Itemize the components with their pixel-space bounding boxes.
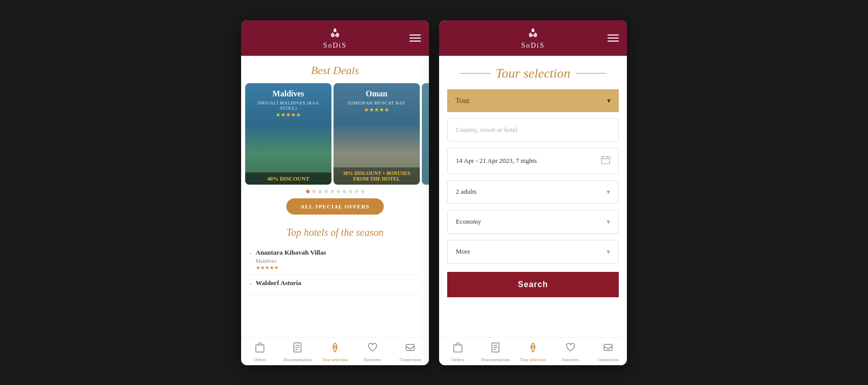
maldives-card-top: Maldives DHIGALI MALDIVES (RAA ATOLL) ★★… <box>245 83 331 120</box>
tour-content: Tour selection Tour ▾ Country, resort or… <box>439 56 627 337</box>
tour-selection-text: Tour selection <box>495 66 570 81</box>
more-chevron: ▾ <box>607 248 610 256</box>
adults-chevron: ▾ <box>607 188 610 196</box>
nav-orders-tour[interactable]: Orders <box>439 338 477 365</box>
oman-discount: 38% DISCOUNT + BONUSES FROM THE HOTEL <box>333 167 420 185</box>
phone-tour-selection: SoDiS Tour selection Tour ▾ <box>439 20 627 365</box>
nav-documentation-label-tour: Documentation <box>481 357 510 362</box>
phone-home: SoDiS Best Deals Maldives DHIGALI MALDIV… <box>241 20 429 365</box>
deals-cards: Maldives DHIGALI MALDIVES (RAA ATOLL) ★★… <box>241 83 429 185</box>
class-chevron: ▾ <box>607 218 610 226</box>
nav-tour-selection[interactable]: Tour selection <box>316 338 354 365</box>
maldives-card[interactable]: Maldives DHIGALI MALDIVES (RAA ATOLL) ★★… <box>245 83 331 185</box>
all-offers-button[interactable]: ALL SPECIAL OFFERS <box>286 198 384 215</box>
nav-orders[interactable]: Orders <box>241 338 279 365</box>
dot-6[interactable] <box>343 190 346 193</box>
class-value: Economy <box>456 218 481 226</box>
menu-button[interactable] <box>410 34 421 42</box>
maldives-title: Maldives <box>249 89 327 98</box>
maldives-discount: 40% DISCOUNT <box>245 172 331 185</box>
nav-favorites[interactable]: Favorites <box>354 338 391 365</box>
adults-field[interactable]: 2 adults ▾ <box>447 180 619 204</box>
dot-5[interactable] <box>337 190 340 193</box>
logo-text: SoDiS <box>323 42 347 50</box>
nav-favorites-label: Favorites <box>364 357 381 362</box>
tour-selection-icon-tour <box>527 342 539 356</box>
tour-type-dropdown[interactable]: Tour ▾ <box>447 89 619 112</box>
nav-documentation-tour[interactable]: Documentation <box>477 338 514 365</box>
hotel-location-1: Maldives <box>256 258 326 264</box>
tour-type-chevron: ▾ <box>607 96 611 105</box>
oman-card[interactable]: Oman JUMEIRAH MUSCAT BAY ★★★★★ 38% DISCO… <box>333 83 420 185</box>
svg-rect-7 <box>602 157 610 164</box>
partial-bg <box>422 83 429 185</box>
nav-documentation[interactable]: Documentation <box>279 338 316 365</box>
logo-tour: SoDiS <box>521 26 545 50</box>
oman-subtitle: JUMEIRAH MUSCAT BAY <box>338 100 416 106</box>
maldives-stars: ★★★★★ <box>249 112 327 118</box>
dot-8[interactable] <box>355 190 358 193</box>
dot-1[interactable] <box>312 190 316 193</box>
dot-2[interactable] <box>318 190 322 193</box>
title-line-right <box>576 73 606 74</box>
nav-orders-label: Orders <box>254 357 266 362</box>
nav-connection-tour[interactable]: Connection <box>589 338 627 365</box>
calendar-icon <box>601 155 610 166</box>
class-field[interactable]: Economy ▾ <box>447 210 619 234</box>
hotel-name-2: Waldorf Astoria <box>256 279 302 287</box>
nav-favorites-tour[interactable]: Favorites <box>552 338 589 365</box>
best-deals-title: Best Deals <box>241 56 429 83</box>
svg-rect-0 <box>256 345 264 352</box>
svg-point-5 <box>334 345 337 348</box>
dot-3[interactable] <box>324 190 328 193</box>
orders-icon <box>254 342 265 356</box>
top-hotels-title: Top hotels of the season <box>241 223 429 244</box>
nav-orders-label-tour: Orders <box>452 357 464 362</box>
carousel-dots <box>241 185 429 198</box>
documentation-icon <box>292 342 303 356</box>
dot-0[interactable] <box>306 190 310 193</box>
hotel-item-1[interactable]: · Anantara Kihavah Villas Maldives ★★★★★ <box>249 244 421 275</box>
nav-documentation-label: Documentation <box>283 357 312 362</box>
nav-connection-label-tour: Connection <box>597 357 619 362</box>
logo-icon <box>327 26 343 42</box>
bottom-nav-tour: Orders Documentation <box>439 337 627 365</box>
nav-favorites-label-tour: Favorites <box>562 357 579 362</box>
svg-point-16 <box>532 345 535 348</box>
oman-stars: ★★★★★ <box>338 107 416 113</box>
hotel-list: · Anantara Kihavah Villas Maldives ★★★★★… <box>241 244 429 295</box>
nav-tour-selection-label: Tour selection <box>322 357 348 362</box>
oman-card-top: Oman JUMEIRAH MUSCAT BAY ★★★★★ <box>333 83 420 115</box>
more-field[interactable]: More ▾ <box>447 240 619 264</box>
dot-4[interactable] <box>330 190 334 193</box>
nav-tour-selection-tour[interactable]: Tour selection <box>514 338 552 365</box>
tour-form: Tour ▾ Country, resort or hotel 14 Apr -… <box>439 89 627 297</box>
location-field[interactable]: Country, resort or hotel <box>447 118 619 142</box>
menu-line-2-tour <box>608 38 619 39</box>
dates-field[interactable]: 14 Apr - 21 Apr 2023, 7 nights <box>447 148 619 174</box>
more-value: More <box>456 248 470 256</box>
logo-icon-tour <box>525 26 541 42</box>
connection-icon-tour <box>603 342 614 356</box>
menu-line-3-tour <box>608 41 619 42</box>
menu-line-1 <box>410 34 421 36</box>
menu-line-3 <box>410 41 421 42</box>
connection-icon <box>405 342 416 356</box>
search-button[interactable]: Search <box>447 272 619 297</box>
nav-tour-selection-label-tour: Tour selection <box>520 357 546 362</box>
logo-text-tour: SoDiS <box>521 42 545 50</box>
nav-connection[interactable]: Connection <box>391 338 429 365</box>
title-line-left <box>460 73 490 74</box>
dot-9[interactable] <box>361 190 364 193</box>
hotel-bullet-1: · <box>249 249 252 260</box>
menu-line-2 <box>410 38 421 39</box>
hotel-stars-1: ★★★★★ <box>256 265 326 270</box>
home-content: Best Deals Maldives DHIGALI MALDIVES (RA… <box>241 56 429 337</box>
orders-icon-tour <box>452 342 463 356</box>
hotel-info-1: Anantara Kihavah Villas Maldives ★★★★★ <box>256 249 326 270</box>
header-home: SoDiS <box>241 20 429 56</box>
hotel-item-2[interactable]: · Waldorf Astoria <box>249 275 421 295</box>
menu-button-tour[interactable] <box>608 34 619 42</box>
tour-selection-icon <box>329 342 341 356</box>
dot-7[interactable] <box>349 190 352 193</box>
